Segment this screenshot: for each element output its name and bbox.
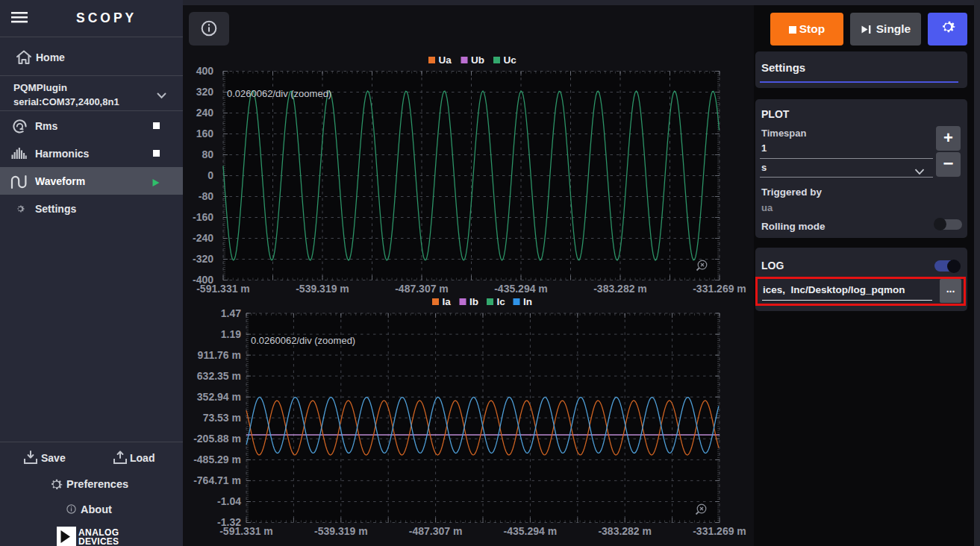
- svg-text:-591.331 m: -591.331 m: [219, 525, 273, 537]
- svg-text:DEVICES: DEVICES: [78, 536, 119, 546]
- svg-text:-539.319 m: -539.319 m: [314, 525, 368, 537]
- svg-text:Ub: Ub: [471, 54, 484, 66]
- svg-text:Ia: Ia: [443, 296, 452, 307]
- svg-text:Ua: Ua: [439, 54, 452, 66]
- svg-text:-591.331 m: -591.331 m: [196, 283, 250, 295]
- svg-text:Ib: Ib: [469, 296, 478, 307]
- svg-text:Uc: Uc: [504, 54, 517, 66]
- svg-text:80: 80: [202, 148, 213, 160]
- svg-text:911.76 m: 911.76 m: [198, 349, 241, 361]
- svg-text:-383.282 m: -383.282 m: [598, 525, 652, 537]
- svg-text:-487.307 m: -487.307 m: [409, 525, 463, 537]
- svg-text:0.0260062/div (zoomed): 0.0260062/div (zoomed): [251, 335, 355, 346]
- svg-text:352.94 m: 352.94 m: [197, 391, 241, 403]
- svg-text:-1.04: -1.04: [217, 495, 241, 507]
- svg-text:-160: -160: [193, 211, 213, 223]
- svg-text:Ic: Ic: [497, 296, 506, 307]
- svg-text:-331.269 m: -331.269 m: [693, 525, 746, 537]
- svg-text:-331.269 m: -331.269 m: [693, 283, 746, 295]
- svg-text:0: 0: [207, 169, 213, 181]
- svg-text:0.0260062/div (zoomed): 0.0260062/div (zoomed): [227, 88, 331, 99]
- svg-text:-487.307 m: -487.307 m: [395, 283, 449, 295]
- svg-text:1.19: 1.19: [221, 328, 241, 340]
- svg-text:-240: -240: [193, 232, 213, 244]
- svg-text:1.47: 1.47: [221, 307, 241, 319]
- svg-text:-205.88 m: -205.88 m: [193, 433, 241, 445]
- svg-text:-485.29 m: -485.29 m: [193, 454, 241, 465]
- svg-text:In: In: [523, 296, 532, 307]
- svg-text:-539.319 m: -539.319 m: [296, 283, 349, 295]
- svg-text:-435.294 m: -435.294 m: [494, 283, 548, 295]
- svg-text:-383.282 m: -383.282 m: [593, 283, 647, 295]
- svg-text:320: 320: [196, 86, 214, 98]
- svg-text:240: 240: [196, 107, 214, 119]
- svg-text:632.35 m: 632.35 m: [197, 370, 241, 382]
- svg-text:160: 160: [196, 128, 214, 139]
- svg-text:400: 400: [196, 65, 214, 77]
- svg-text:-320: -320: [193, 253, 213, 265]
- svg-text:-435.294 m: -435.294 m: [504, 525, 558, 537]
- svg-text:-80: -80: [199, 190, 213, 202]
- svg-text:-764.71 m: -764.71 m: [193, 474, 241, 486]
- svg-text:73.53 m: 73.53 m: [203, 412, 241, 424]
